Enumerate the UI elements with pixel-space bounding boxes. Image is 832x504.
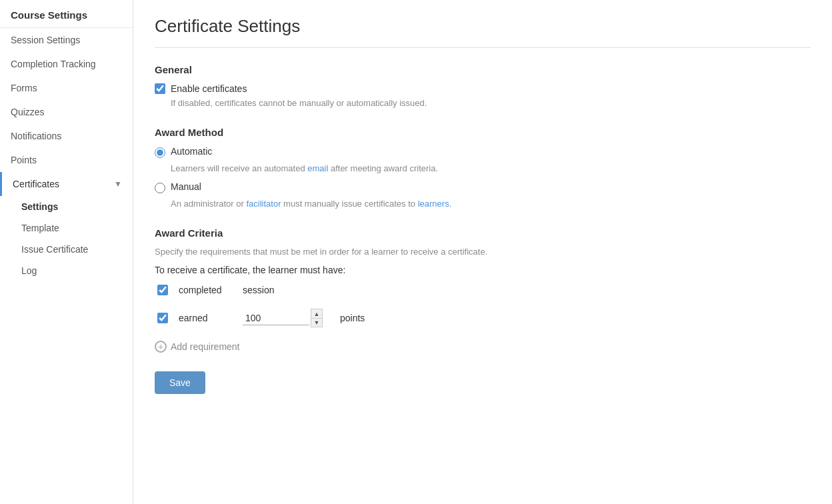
automatic-radio[interactable] — [155, 147, 165, 158]
enable-certificates-helper: If disabled, certificates cannot be manu… — [171, 98, 811, 108]
general-section-title: General — [155, 64, 811, 75]
add-icon: + — [155, 341, 167, 353]
points-increment-button[interactable]: ▲ — [311, 309, 323, 318]
sidebar-item-certificates[interactable]: Certificates ▼ — [0, 172, 133, 196]
points-number-input[interactable] — [243, 311, 309, 325]
manual-label[interactable]: Manual — [171, 181, 201, 192]
save-button[interactable]: Save — [155, 371, 205, 394]
sidebar-sub-item-log[interactable]: Log — [0, 260, 133, 281]
earned-checkbox[interactable] — [157, 313, 168, 323]
sidebar-item-notifications[interactable]: Notifications — [0, 124, 133, 148]
criteria-intro: To receive a certificate, the learner mu… — [155, 265, 811, 275]
facilitator-link[interactable]: facilitator — [246, 199, 281, 209]
enable-certificates-checkbox[interactable] — [155, 83, 165, 94]
learners-link[interactable]: learners — [418, 199, 449, 209]
completed-verb: completed — [179, 285, 232, 295]
sub-item-label: Log — [21, 265, 37, 276]
sidebar-item-label: Quizzes — [11, 107, 45, 117]
points-decrement-button[interactable]: ▼ — [311, 318, 323, 327]
sidebar: Course Settings Session Settings Complet… — [0, 0, 133, 504]
earned-verb: earned — [179, 313, 232, 323]
sub-item-label: Issue Certificate — [21, 244, 88, 255]
automatic-description: Learners will receive an automated email… — [171, 163, 811, 173]
award-criteria-title: Award Criteria — [155, 227, 811, 239]
criteria-row-earned: earned ▲ ▼ points — [155, 309, 811, 327]
chevron-down-icon: ▼ — [114, 179, 122, 189]
sidebar-sub-item-template[interactable]: Template — [0, 217, 133, 239]
automatic-label[interactable]: Automatic — [171, 146, 212, 157]
add-requirement-button[interactable]: + Add requirement — [155, 341, 811, 353]
sidebar-item-label: Certificates — [13, 179, 59, 189]
enable-certificates-row: Enable certificates — [155, 83, 811, 94]
points-input-wrap: ▲ ▼ — [243, 309, 323, 327]
email-link[interactable]: email — [307, 163, 328, 173]
manual-radio[interactable] — [155, 183, 165, 193]
sidebar-item-completion-tracking[interactable]: Completion Tracking — [0, 52, 133, 76]
sub-item-label: Settings — [21, 201, 58, 212]
points-suffix: points — [340, 313, 365, 323]
sidebar-item-label: Completion Tracking — [11, 59, 96, 69]
sidebar-item-session-settings[interactable]: Session Settings — [0, 28, 133, 52]
sidebar-item-points[interactable]: Points — [0, 148, 133, 172]
manual-radio-row: Manual — [155, 181, 811, 193]
sidebar-sub-item-issue-certificate[interactable]: Issue Certificate — [0, 239, 133, 260]
sidebar-section-header: Course Settings — [0, 0, 133, 28]
sidebar-item-quizzes[interactable]: Quizzes — [0, 100, 133, 124]
enable-certificates-label[interactable]: Enable certificates — [171, 83, 247, 94]
sidebar-item-forms[interactable]: Forms — [0, 76, 133, 100]
general-section: General Enable certificates If disabled,… — [155, 64, 811, 108]
sidebar-item-label: Points — [11, 155, 37, 165]
page-title: Certificate Settings — [155, 16, 811, 37]
sidebar-item-label: Notifications — [11, 131, 61, 141]
award-method-title: Award Method — [155, 127, 811, 138]
award-criteria-section: Award Criteria Specify the requirements … — [155, 227, 811, 394]
automatic-radio-row: Automatic — [155, 146, 811, 158]
points-stepper: ▲ ▼ — [311, 309, 323, 327]
main-content: Certificate Settings General Enable cert… — [133, 0, 832, 504]
completed-object: session — [243, 285, 274, 295]
manual-description: An administrator or facilitator must man… — [171, 199, 811, 209]
sidebar-item-label: Session Settings — [11, 35, 80, 45]
sub-item-label: Template — [21, 223, 59, 233]
completed-checkbox[interactable] — [157, 285, 168, 295]
divider — [155, 47, 811, 48]
add-requirement-label: Add requirement — [171, 341, 240, 352]
award-method-section: Award Method Automatic Learners will rec… — [155, 127, 811, 209]
criteria-row-completed: completed session — [155, 285, 811, 295]
sidebar-sub-item-settings[interactable]: Settings — [0, 196, 133, 217]
sidebar-item-label: Forms — [11, 83, 37, 93]
award-criteria-description: Specify the requirements that must be me… — [155, 247, 811, 257]
